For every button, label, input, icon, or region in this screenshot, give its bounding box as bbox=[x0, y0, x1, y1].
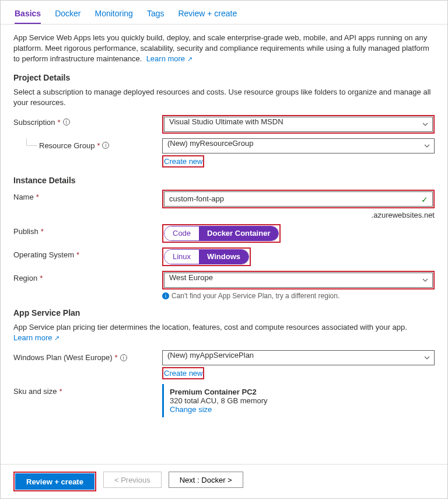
publish-docker[interactable]: Docker Container bbox=[199, 226, 278, 240]
tab-tags[interactable]: Tags bbox=[147, 5, 164, 24]
info-icon[interactable]: i bbox=[63, 118, 70, 125]
region-select[interactable]: West Europe bbox=[164, 273, 433, 288]
check-icon: ✓ bbox=[421, 195, 428, 204]
app-service-plan-heading: App Service Plan bbox=[13, 308, 435, 317]
publish-code[interactable]: Code bbox=[164, 226, 199, 240]
create-new-rg-link[interactable]: Create new bbox=[164, 157, 202, 166]
tab-bar: Basics Docker Monitoring Tags Review + c… bbox=[1, 1, 447, 25]
name-label: Name * bbox=[13, 190, 162, 201]
intro-text: App Service Web Apps lets you quickly bu… bbox=[13, 33, 435, 65]
sku-detail: 320 total ACU, 8 GB memory bbox=[170, 396, 429, 405]
tab-basics[interactable]: Basics bbox=[15, 5, 41, 24]
subscription-select[interactable]: Visual Studio Ultimate with MSDN bbox=[164, 117, 433, 132]
publish-toggle: CodeDocker Container bbox=[164, 226, 279, 241]
learn-more-link[interactable]: Learn more ↗ bbox=[146, 54, 192, 63]
info-icon[interactable]: i bbox=[120, 354, 127, 361]
plan-label: Windows Plan (West Europe) * i bbox=[13, 350, 162, 362]
project-details-desc: Select a subscription to manage deployed… bbox=[13, 87, 435, 108]
next-button[interactable]: Next : Docker > bbox=[169, 472, 243, 488]
tab-monitoring[interactable]: Monitoring bbox=[95, 5, 133, 24]
name-input[interactable] bbox=[164, 191, 433, 207]
info-icon[interactable]: i bbox=[102, 142, 109, 149]
region-label: Region * bbox=[13, 271, 162, 282]
tab-review-create[interactable]: Review + create bbox=[178, 5, 237, 24]
change-size-link[interactable]: Change size bbox=[170, 405, 212, 414]
info-icon: i bbox=[162, 292, 169, 299]
plan-select[interactable]: (New) myAppServicePlan bbox=[162, 350, 435, 365]
sku-label: Sku and size * bbox=[13, 384, 162, 396]
os-label: Operating System * bbox=[13, 247, 162, 259]
resource-group-select[interactable]: (New) myResourceGroup bbox=[162, 138, 435, 153]
instance-details-heading: Instance Details bbox=[13, 176, 435, 185]
footer-bar: Review + create < Previous Next : Docker… bbox=[1, 464, 447, 498]
subscription-label: Subscription * i bbox=[13, 115, 162, 127]
os-linux[interactable]: Linux bbox=[164, 250, 199, 264]
sku-display: Premium Container PC2 320 total ACU, 8 G… bbox=[162, 384, 435, 417]
os-windows[interactable]: Windows bbox=[199, 250, 249, 264]
sku-name: Premium Container PC2 bbox=[170, 388, 429, 396]
os-toggle: LinuxWindows bbox=[164, 249, 249, 264]
publish-label: Publish * bbox=[13, 224, 162, 236]
tab-docker[interactable]: Docker bbox=[55, 5, 80, 24]
resource-group-label: Resource Group * i bbox=[13, 138, 162, 150]
review-create-button[interactable]: Review + create bbox=[15, 473, 94, 490]
domain-suffix: .azurewebsites.net bbox=[162, 211, 435, 219]
create-new-plan-link[interactable]: Create new bbox=[164, 369, 202, 378]
project-details-heading: Project Details bbox=[13, 73, 435, 82]
plan-learn-more-link[interactable]: Learn more ↗ bbox=[13, 333, 60, 342]
region-hint: iCan't find your App Service Plan, try a… bbox=[162, 292, 435, 300]
plan-desc: App Service plan pricing tier determines… bbox=[13, 322, 435, 343]
previous-button: < Previous bbox=[103, 472, 162, 488]
